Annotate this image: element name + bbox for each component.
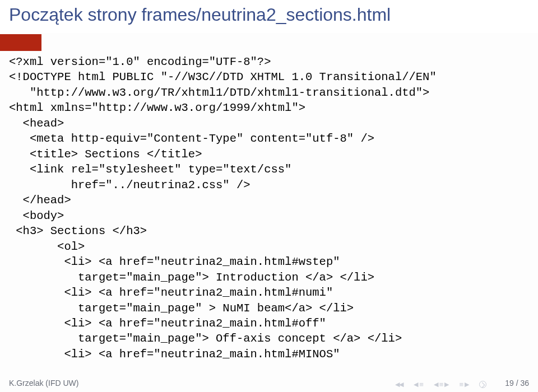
code-line: "http://www.w3.org/TR/xhtml1/DTD/xhtml1-…	[9, 86, 429, 99]
code-line: <li> <a href="neutrina2_main.html#numi"	[9, 286, 333, 299]
code-line: <?xml version="1.0" encoding="UTF-8"?>	[9, 55, 271, 68]
code-line: <body>	[9, 209, 64, 222]
code-line: <title> Sections </title>	[9, 148, 202, 161]
code-line: <li> <a href="neutrina2_main.html#MINOS"	[9, 348, 340, 361]
footer-page: 19 / 36	[505, 379, 529, 388]
slide-title: Początek strony frames/neutrina2_section…	[9, 4, 538, 25]
code-line: <meta http-equiv="Content-Type" content=…	[9, 132, 374, 145]
title-bar: Początek strony frames/neutrina2_section…	[0, 0, 538, 33]
code-line: <html xmlns="http://www.w3.org/1999/xhtm…	[9, 101, 305, 114]
code-line: target="main_page" > NuMI beam</a> </li>	[9, 302, 354, 315]
code-line: target="main_page"> Off-axis concept </a…	[9, 332, 402, 345]
code-line: <link rel="stylesheet" type="text/css"	[9, 163, 291, 176]
footer: K.Grzelak (IFD UW) 19 / 36	[0, 379, 538, 388]
code-line: <ol>	[9, 240, 85, 253]
code-line: <!DOCTYPE html PUBLIC "-//W3C//DTD XHTML…	[9, 71, 437, 83]
code-line: href="../neutrina2.css" />	[9, 179, 251, 192]
footer-author: K.Grzelak (IFD UW)	[9, 379, 78, 388]
code-line: target="main_page"> Introduction </a> </…	[9, 271, 374, 284]
code-line: <li> <a href="neutrina2_main.html#wstep"	[9, 255, 340, 268]
code-line: </head>	[9, 194, 71, 207]
code-line: <li> <a href="neutrina2_main.html#off"	[9, 317, 326, 330]
code-line: <h3> Sections </h3>	[9, 225, 147, 237]
accent-bar	[0, 34, 41, 51]
slide: Początek strony frames/neutrina2_section…	[0, 0, 538, 392]
code-line: <head>	[9, 117, 64, 130]
code-block: <?xml version="1.0" encoding="UTF-8"?> <…	[0, 51, 538, 362]
